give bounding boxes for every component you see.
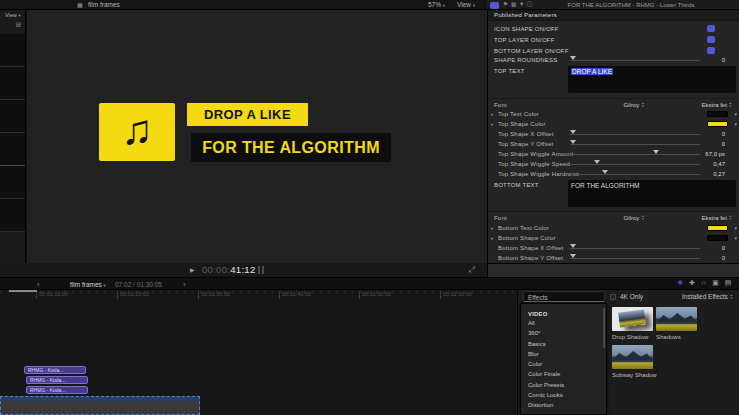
- slider-track[interactable]: [570, 258, 700, 259]
- transitions-browser-icon[interactable]: ✚: [689, 279, 695, 287]
- connected-title-clip[interactable]: RHMG - Koda...: [24, 366, 86, 374]
- effect-thumbnail-drop-shadow[interactable]: [612, 307, 653, 331]
- slider-thumb[interactable]: [570, 140, 576, 144]
- timeline-forward-button[interactable]: ›: [183, 280, 186, 289]
- param-row: ICON SHAPE ON/OFF: [488, 24, 739, 34]
- color-swatch[interactable]: [707, 225, 728, 231]
- fullscreen-icon[interactable]: ⤢: [469, 265, 475, 275]
- viewer-top-title: DROP A LIKE: [187, 103, 308, 126]
- category-item[interactable]: Comic Looks: [521, 392, 606, 402]
- font-family-dropdown[interactable]: Gilroy▲▼: [606, 102, 662, 109]
- bottom-text-field[interactable]: FOR THE ALGORITHM: [568, 180, 736, 207]
- color-row: ▸ Top Text Color ▾: [488, 109, 739, 119]
- font-weight-dropdown[interactable]: Ekstra fet▲▼: [702, 102, 733, 109]
- slider-row: Bottom Shape Y Offset 0: [488, 253, 739, 263]
- slider-thumb[interactable]: [570, 254, 576, 258]
- slider-track[interactable]: [570, 174, 700, 175]
- checkbox-on-icon[interactable]: [707, 47, 715, 54]
- category-item[interactable]: Color Presets: [521, 382, 606, 392]
- color-row: ▸ Bottom Shape Color ▾: [488, 233, 739, 243]
- category-item[interactable]: Color: [521, 361, 606, 371]
- audio-browser-icon[interactable]: ∩: [701, 279, 706, 287]
- slider-thumb[interactable]: [594, 160, 600, 164]
- viewer-view-menu[interactable]: View ▾: [457, 1, 475, 8]
- 4k-only-checkbox[interactable]: [610, 294, 616, 300]
- clip-thumbnail[interactable]: [0, 133, 25, 166]
- clip-thumbnail[interactable]: [0, 166, 25, 199]
- viewer-bottom-title: FOR THE ALGORITHM: [191, 133, 391, 162]
- category-item[interactable]: Distortion: [521, 402, 606, 412]
- filter-inspector-icon[interactable]: ▼: [519, 1, 524, 7]
- video-inspector-icon[interactable]: ▦: [511, 1, 516, 7]
- slider-track[interactable]: [570, 144, 700, 145]
- effect-thumbnail-shadows[interactable]: [656, 307, 697, 331]
- browser-view-menu[interactable]: View ▾: [5, 12, 21, 18]
- text-inspector-icon[interactable]: ⚑: [503, 1, 508, 7]
- timeline[interactable]: 00:01:10:00 00:01:20:00 00:01:30:00 00:0…: [0, 290, 517, 415]
- slider-thumb[interactable]: [570, 244, 576, 248]
- param-row: SHAPE ROUNDNESS 0: [488, 55, 739, 65]
- effect-name: Subway Shadow: [612, 372, 657, 378]
- checkbox-on-icon[interactable]: [707, 25, 715, 32]
- disclosure-triangle-icon[interactable]: ▸: [491, 235, 494, 241]
- timeline-ruler[interactable]: 00:01:10:00 00:01:20:00 00:01:30:00 00:0…: [0, 290, 517, 301]
- chevron-down-icon[interactable]: ▾: [734, 235, 737, 241]
- category-item[interactable]: All: [521, 320, 606, 330]
- generators-browser-icon[interactable]: ▤: [725, 279, 732, 287]
- effects-browser: Effects 4K Only Installed Effects▲▼ VIDE…: [517, 290, 739, 415]
- top-text-field[interactable]: DROP A LIKE: [568, 66, 736, 93]
- slider-thumb[interactable]: [570, 56, 576, 60]
- category-item[interactable]: Basics: [521, 341, 606, 351]
- inspector-header: ⚑ ▦ ▼ ⓘ FOR THE ALGORITHM - RHMG - Lower…: [487, 0, 739, 10]
- connected-title-clip[interactable]: RHMG - Koda...: [26, 386, 88, 394]
- viewer-zoom-menu[interactable]: 57% ▾: [428, 1, 445, 8]
- title-inspector-tab-icon[interactable]: [490, 2, 499, 9]
- timeline-project-name[interactable]: film frames ▾: [70, 281, 106, 288]
- effect-thumbnail-subway-shadow[interactable]: [612, 345, 653, 369]
- category-item[interactable]: 360°: [521, 330, 606, 340]
- installed-effects-dropdown[interactable]: Installed Effects▲▼: [682, 293, 733, 300]
- play-icon[interactable]: ▶: [190, 266, 195, 273]
- scrollbar[interactable]: [603, 308, 605, 348]
- category-item[interactable]: Color Finale: [521, 371, 606, 381]
- disclosure-triangle-icon[interactable]: ▸: [491, 225, 494, 231]
- ruler-timecode: 00:01:10:00: [36, 291, 68, 299]
- slider-track[interactable]: [570, 164, 700, 165]
- effects-category-list: VIDEO All 360° Basics Blur Color Color F…: [520, 303, 607, 415]
- chevron-down-icon[interactable]: ▾: [734, 225, 737, 231]
- disclosure-triangle-icon[interactable]: ▸: [491, 111, 494, 117]
- font-weight-dropdown[interactable]: Ekstra fet▲▼: [702, 215, 733, 222]
- clip-thumbnail[interactable]: [0, 34, 25, 67]
- slider-track[interactable]: [570, 134, 700, 135]
- disclosure-triangle-icon[interactable]: ▸: [491, 121, 494, 127]
- filmstrip-icon: ▤: [16, 21, 21, 27]
- color-swatch[interactable]: [707, 111, 728, 117]
- clip-thumbnail[interactable]: [0, 100, 25, 133]
- range-indicator: [9, 290, 37, 292]
- inspector-footer: [487, 263, 739, 277]
- slider-row: Top Shape Wiggle Speed 0,47: [488, 159, 739, 169]
- chevron-down-icon[interactable]: ▾: [734, 121, 737, 127]
- slider-track[interactable]: [570, 154, 700, 155]
- slider-thumb[interactable]: [602, 170, 608, 174]
- category-item[interactable]: Blur: [521, 351, 606, 361]
- effects-search-input[interactable]: Effects: [523, 291, 605, 302]
- clip-thumbnail[interactable]: [0, 199, 25, 232]
- timeline-back-button[interactable]: ‹: [37, 280, 40, 289]
- slider-track[interactable]: [570, 60, 700, 61]
- checkbox-on-icon[interactable]: [707, 36, 715, 43]
- color-swatch[interactable]: [707, 121, 728, 127]
- selected-video-clip[interactable]: [0, 396, 200, 415]
- clip-thumbnail[interactable]: [0, 67, 25, 100]
- titles-browser-icon[interactable]: ▣: [712, 279, 719, 287]
- color-swatch[interactable]: [707, 235, 728, 241]
- ruler-timecode: 00:01:20:00: [117, 291, 149, 299]
- chevron-down-icon[interactable]: ▾: [734, 111, 737, 117]
- font-family-dropdown[interactable]: Gilroy▲▼: [606, 215, 662, 222]
- effects-browser-icon[interactable]: ❖: [677, 279, 683, 287]
- connected-title-clip[interactable]: RHMG - Koda...: [26, 376, 88, 384]
- slider-thumb[interactable]: [653, 150, 659, 154]
- slider-thumb[interactable]: [570, 130, 576, 134]
- slider-track[interactable]: [570, 248, 700, 249]
- timeline-duration: 07:02 / 01:30:05: [115, 281, 162, 288]
